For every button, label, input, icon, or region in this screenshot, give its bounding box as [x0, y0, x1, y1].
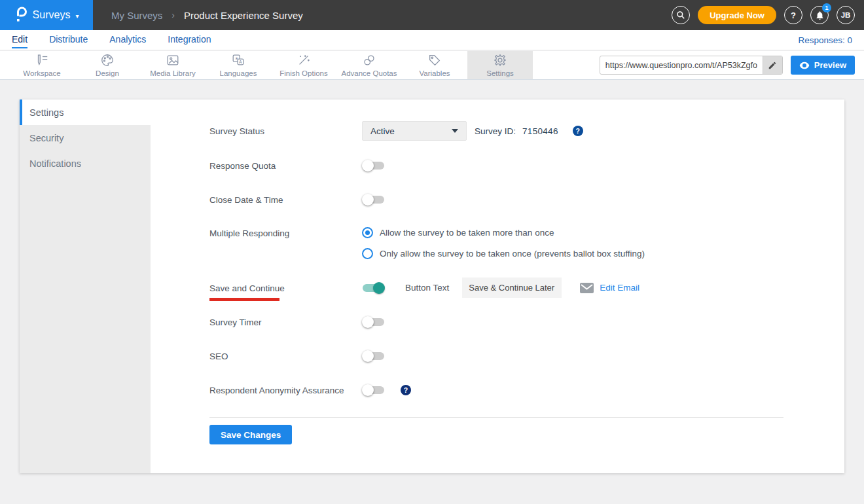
search-icon — [676, 10, 685, 20]
sidebar-item-label: Settings — [29, 107, 63, 118]
toolbar-item-label: Variables — [419, 69, 450, 77]
survey-url-box — [600, 56, 783, 75]
respondent-anonymity-toggle[interactable] — [362, 384, 385, 396]
close-date-toggle[interactable] — [362, 194, 385, 206]
finish-options-icon — [296, 53, 312, 67]
top-header: Surveys ▾ My Surveys › Product Experienc… — [0, 0, 864, 30]
email-icon — [580, 283, 594, 293]
chevron-down-icon: ▾ — [75, 12, 79, 20]
toolbar-item-label: Design — [96, 69, 119, 77]
respondent-anonymity-help-icon[interactable]: ? — [401, 385, 411, 395]
section-tabs: Edit Distribute Analytics Integration Re… — [0, 30, 864, 50]
svg-text:A: A — [239, 60, 242, 64]
design-icon — [99, 53, 115, 67]
help-glyph: ? — [791, 10, 796, 20]
survey-status-row: Active Survey ID: 7150446 ? — [362, 121, 583, 141]
sidebar-item-settings[interactable]: Settings — [20, 99, 151, 125]
tab-distribute[interactable]: Distribute — [49, 31, 88, 48]
survey-status-label: Survey Status — [209, 126, 264, 136]
sidebar-item-security[interactable]: Security — [20, 125, 151, 151]
survey-id-value: 7150446 — [522, 126, 558, 136]
variables-icon — [427, 53, 442, 67]
app-logo-menu[interactable]: Surveys ▾ — [0, 0, 93, 30]
edit-email-link[interactable]: Edit Email — [600, 283, 639, 293]
toolbar-item-workspace[interactable]: Workspace — [9, 51, 75, 79]
responses-count: Responses: 0 — [798, 35, 852, 45]
upgrade-now-button[interactable]: Upgrade Now — [698, 6, 776, 24]
avatar[interactable]: JB — [837, 6, 855, 24]
close-date-label: Close Date & Time — [209, 195, 283, 205]
edit-url-button[interactable] — [763, 56, 782, 75]
dropdown-caret-icon — [452, 129, 458, 133]
avatar-initials: JB — [841, 11, 851, 19]
sidebar-item-label: Notifications — [29, 158, 81, 169]
button-text-input[interactable] — [462, 278, 562, 298]
multiple-responding-label: Multiple Responding — [209, 228, 289, 238]
radio-label: Only allow the survey to be taken once (… — [380, 249, 645, 259]
settings-gear-icon — [492, 53, 508, 67]
toolbar-item-label: Media Library — [150, 69, 196, 77]
notification-badge: 1 — [822, 3, 831, 12]
survey-status-dropdown[interactable]: Active — [362, 121, 467, 141]
response-quota-label: Response Quota — [209, 161, 276, 171]
toolbar-item-media-library[interactable]: Media Library — [140, 51, 206, 79]
seo-row — [362, 350, 385, 362]
respondent-anonymity-row: ? — [362, 384, 411, 396]
survey-url-input[interactable] — [600, 61, 763, 70]
search-button[interactable] — [672, 6, 690, 24]
radio-allow-multiple[interactable] — [362, 227, 373, 238]
toolbar-item-label: Languages — [220, 69, 257, 77]
survey-status-value: Active — [370, 126, 395, 136]
languages-icon: ✶ A — [230, 53, 246, 67]
toolbar-item-finish-options[interactable]: Finish Options — [271, 51, 336, 79]
bell-icon — [815, 10, 825, 20]
toolbar-item-label: Settings — [486, 69, 514, 77]
seo-label: SEO — [209, 351, 228, 361]
section-divider — [209, 417, 783, 418]
toolbar-item-settings[interactable]: Settings — [467, 51, 533, 79]
multiple-responding-option-2: Only allow the survey to be taken once (… — [362, 248, 645, 259]
app-menu-label: Surveys — [33, 9, 71, 21]
response-quota-toggle[interactable] — [362, 160, 385, 171]
survey-status-help-icon[interactable]: ? — [573, 126, 583, 136]
questionpro-logo-icon — [14, 7, 27, 24]
response-quota-row — [362, 160, 385, 171]
header-actions: Upgrade Now ? 1 JB — [672, 6, 864, 24]
toolbar-item-design[interactable]: Design — [75, 51, 140, 79]
toolbar-item-advance-quotas[interactable]: Advance Quotas — [336, 51, 402, 79]
survey-timer-label: Survey Timer — [209, 317, 262, 327]
toolbar-item-label: Advance Quotas — [341, 69, 397, 77]
radio-allow-once[interactable] — [362, 248, 373, 259]
respondent-anonymity-label: Respondent Anonymity Assurance — [209, 386, 344, 395]
red-annotation-underline — [209, 298, 279, 301]
sidebar-item-label: Security — [29, 133, 63, 143]
close-date-row — [362, 194, 385, 206]
save-changes-button[interactable]: Save Changes — [209, 425, 292, 444]
settings-panel: Settings Security Notifications Survey S… — [20, 99, 844, 473]
media-library-icon — [165, 53, 181, 67]
save-and-continue-toggle[interactable] — [362, 282, 385, 294]
toolbar-item-languages[interactable]: ✶ A Languages — [206, 51, 271, 79]
preview-button[interactable]: Preview — [791, 56, 855, 75]
radio-label: Allow the survey to be taken more than o… — [380, 228, 554, 238]
breadcrumb-separator-icon: › — [171, 10, 175, 20]
settings-sidebar: Settings Security Notifications — [20, 99, 151, 473]
seo-toggle[interactable] — [362, 350, 385, 362]
survey-id-label: Survey ID: — [475, 126, 516, 136]
advance-quotas-icon — [361, 53, 377, 67]
button-text-label: Button Text — [405, 283, 449, 293]
tab-analytics[interactable]: Analytics — [109, 31, 146, 48]
breadcrumb: My Surveys › Product Experience Survey — [111, 10, 303, 21]
tab-edit[interactable]: Edit — [12, 31, 27, 48]
notifications-button[interactable]: 1 — [810, 6, 829, 24]
workspace-icon — [34, 53, 50, 67]
breadcrumb-parent[interactable]: My Surveys — [111, 10, 162, 21]
survey-timer-toggle[interactable] — [362, 316, 385, 328]
toolbar-item-label: Finish Options — [279, 69, 328, 77]
help-button[interactable]: ? — [784, 6, 802, 24]
tab-integration[interactable]: Integration — [168, 31, 211, 48]
save-and-continue-row: Button Text Edit Email — [362, 278, 639, 298]
sidebar-item-notifications[interactable]: Notifications — [20, 151, 151, 176]
eye-icon — [799, 62, 810, 69]
toolbar-item-variables[interactable]: Variables — [402, 51, 467, 79]
